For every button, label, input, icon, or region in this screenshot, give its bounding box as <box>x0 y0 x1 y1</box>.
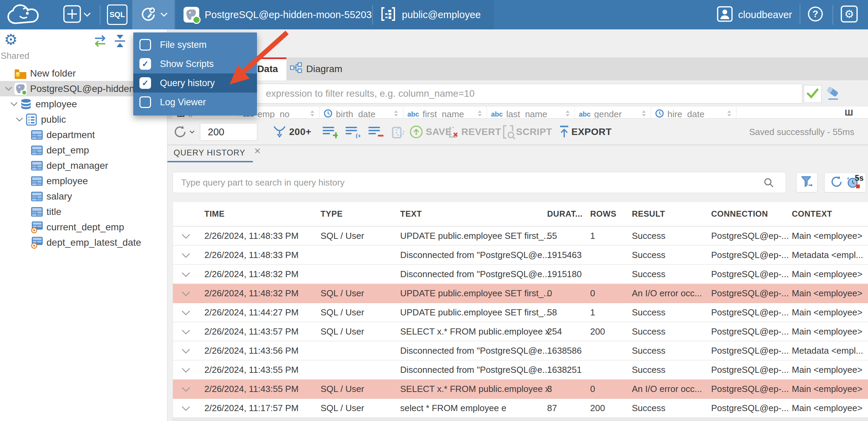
sort-icon[interactable] <box>310 110 315 118</box>
expand-chevron-icon[interactable] <box>181 368 190 374</box>
history-row[interactable]: 2/26/2024, 11:43:56 PMDisconnected from … <box>173 341 868 361</box>
history-row[interactable]: 2/26/2024, 11:44:27 PMSQL / UserUPDATE p… <box>173 303 868 322</box>
fetch-more-icon[interactable] <box>272 119 287 145</box>
chevron-down-icon[interactable] <box>9 102 19 106</box>
history-cell-rows: 200 <box>590 399 605 417</box>
user-menu[interactable]: cloudbeaver <box>717 0 792 29</box>
tab-diagram[interactable]: Diagram <box>286 57 355 80</box>
chevron-down-icon[interactable] <box>14 117 25 122</box>
tree-item-title[interactable]: title <box>0 204 167 219</box>
history-row[interactable]: 2/26/2024, 11:48:32 PMDisconnected from … <box>173 265 868 284</box>
history-column-connection[interactable]: CONNECTION <box>711 202 768 226</box>
apply-filter-button[interactable] <box>804 85 822 103</box>
history-row[interactable]: 2/26/2024, 11:17:57 PMSQL / Userselect *… <box>173 399 868 418</box>
sidebar-settings-gear-icon[interactable]: ⚙ <box>4 31 17 48</box>
schema-context-selector[interactable]: public@employee <box>380 0 481 29</box>
tree-item-dept-emp[interactable]: dept_emp <box>0 142 167 158</box>
sort-icon[interactable] <box>565 110 570 118</box>
unchecked-checkbox[interactable] <box>139 96 151 108</box>
sql-editor-button[interactable]: SQL <box>107 0 127 29</box>
script-icon[interactable] <box>501 119 515 145</box>
sort-icon[interactable] <box>641 110 647 118</box>
expand-chevron-icon[interactable] <box>181 272 190 279</box>
duplicate-row-button[interactable]: (+) <box>345 119 361 145</box>
sync-connection-icon[interactable] <box>92 34 108 49</box>
add-row-button[interactable] <box>322 119 338 145</box>
grid-column-birth_date[interactable]: birth_date <box>320 107 403 118</box>
export-button[interactable]: EXPORT <box>571 119 612 145</box>
history-row[interactable]: 2/26/2024, 11:48:33 PMSQL / UserUPDATE p… <box>173 227 868 246</box>
tree-item-employee[interactable]: employee <box>0 173 167 189</box>
menu-item-file-system[interactable]: File system <box>133 35 257 54</box>
refresh-options-chevron-icon[interactable] <box>189 119 195 145</box>
sort-icon[interactable] <box>477 110 483 118</box>
menu-item-log-viewer[interactable]: Log Viewer <box>133 93 257 112</box>
save-icon[interactable] <box>409 119 423 145</box>
history-filter-button[interactable] <box>796 173 817 192</box>
clear-filter-button[interactable] <box>825 86 841 102</box>
tree-item-dept-emp-latest-date[interactable]: dept_emp_latest_date <box>0 235 167 250</box>
menu-item-query-history[interactable]: ✓Query history <box>133 73 257 93</box>
collapse-all-icon[interactable] <box>113 34 127 49</box>
grid-column-last_name[interactable]: abclast_name <box>487 107 575 118</box>
menu-item-show-scripts[interactable]: ✓Show Scripts <box>133 54 257 73</box>
history-column-type[interactable]: TYPE <box>321 202 343 226</box>
expand-chevron-icon[interactable] <box>181 387 190 393</box>
expand-chevron-icon[interactable] <box>181 329 190 336</box>
tree-item-salary[interactable]: salary <box>0 189 167 204</box>
query-history-tab[interactable]: QUERY HISTORY × <box>174 148 261 158</box>
auto-refresh-button[interactable] <box>391 119 406 145</box>
expand-chevron-icon[interactable] <box>181 349 190 355</box>
history-column-result[interactable]: RESULT <box>632 202 665 226</box>
history-row[interactable]: 2/26/2024, 11:43:55 PMDisconnected from … <box>173 361 868 380</box>
history-cell-result: Success <box>632 227 665 245</box>
checked-checkbox[interactable]: ✓ <box>139 58 151 70</box>
grid-column-label: gender <box>594 109 622 119</box>
history-refresh-controls[interactable]: 5s <box>824 173 866 192</box>
history-row[interactable]: 2/26/2024, 11:43:55 PMSQL / UserSELECT x… <box>173 380 868 399</box>
tree-item-current-dept-emp[interactable]: current_dept_emp <box>0 219 167 235</box>
grid-column-hire_date[interactable]: hire_date <box>651 107 736 118</box>
checked-checkbox[interactable]: ✓ <box>139 77 151 89</box>
close-icon[interactable]: × <box>254 147 261 155</box>
cloudbeaver-logo-icon[interactable] <box>6 0 44 29</box>
sort-icon[interactable] <box>393 110 399 118</box>
history-column-duration[interactable]: DURAT... <box>547 202 583 226</box>
new-connection-button[interactable] <box>63 0 91 29</box>
expand-chevron-icon[interactable] <box>181 253 190 259</box>
history-column-text[interactable]: TEXT <box>400 202 422 226</box>
refresh-button[interactable] <box>173 119 188 145</box>
history-column-rows[interactable]: ROWS <box>590 202 616 226</box>
filter-expression-input[interactable] <box>173 84 802 104</box>
history-row[interactable]: 2/26/2024, 11:43:57 PMSQL / UserSELECT x… <box>173 322 868 341</box>
history-column-time[interactable]: TIME <box>204 202 225 226</box>
grid-settings-icon[interactable]: Ш <box>845 108 853 118</box>
row-limit-input[interactable] <box>200 123 257 141</box>
active-connection[interactable]: PostgreSQL@ep-hidden-moon-55203 <box>184 0 372 29</box>
expand-chevron-icon[interactable] <box>181 310 190 317</box>
expand-chevron-icon[interactable] <box>181 406 190 412</box>
revert-button[interactable]: REVERT <box>461 119 501 145</box>
history-column-context[interactable]: CONTEXT <box>792 202 832 226</box>
table-icon <box>30 161 44 171</box>
history-search-input[interactable] <box>173 172 786 193</box>
expand-chevron-icon[interactable] <box>181 291 190 298</box>
grid-column-first_name[interactable]: abcfirst_name <box>403 107 487 118</box>
delete-row-button[interactable] <box>368 119 383 145</box>
chevron-down-icon[interactable] <box>3 86 14 91</box>
script-button[interactable]: SCRIPT <box>516 119 552 145</box>
sort-icon[interactable] <box>727 110 732 118</box>
grid-column-gender[interactable]: abcgender <box>575 107 651 118</box>
fetch-more-label[interactable]: 200+ <box>289 119 311 145</box>
history-row[interactable]: 2/26/2024, 11:48:33 PMDisconnected from … <box>173 246 868 265</box>
tree-item-dept-manager[interactable]: dept_manager <box>0 158 167 173</box>
expand-chevron-icon[interactable] <box>181 234 190 240</box>
tree-item-department[interactable]: department <box>0 127 167 142</box>
history-row[interactable]: 2/26/2024, 11:48:32 PMSQL / UserUPDATE p… <box>173 284 868 303</box>
tools-menu-button[interactable] <box>132 0 175 29</box>
unchecked-checkbox[interactable] <box>139 39 151 51</box>
help-button[interactable]: ? <box>807 0 824 29</box>
settings-button[interactable]: ⚙ <box>840 0 858 29</box>
export-icon[interactable] <box>558 119 571 145</box>
revert-icon[interactable] <box>446 119 461 145</box>
